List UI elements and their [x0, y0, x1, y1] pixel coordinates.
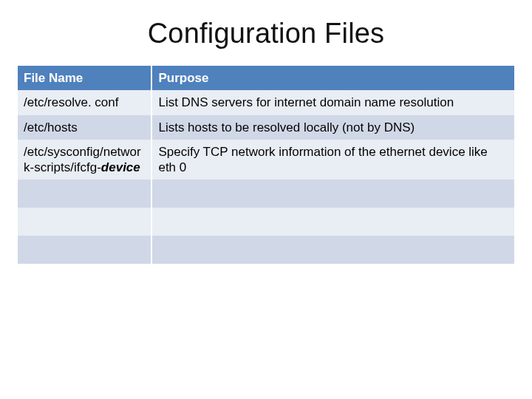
cell-file-name: /etc/sysconfig/network-scripts/ifcfg-dev…	[18, 140, 151, 180]
table-row: /etc/hosts Lists hosts to be resolved lo…	[18, 115, 514, 140]
table-row	[18, 236, 514, 264]
table-row	[18, 180, 514, 208]
file-name-base: /etc/hosts	[24, 120, 78, 134]
slide-title: Configuration Files	[0, 18, 532, 50]
table-row	[18, 208, 514, 236]
cell-purpose	[151, 180, 514, 208]
cell-file-name	[18, 236, 151, 264]
cell-file-name: /etc/hosts	[18, 115, 151, 140]
cell-purpose: Lists hosts to be resolved locally (not …	[151, 115, 514, 140]
cell-file-name: /etc/resolve. conf	[18, 90, 151, 115]
cell-file-name	[18, 180, 151, 208]
table-row: /etc/sysconfig/network-scripts/ifcfg-dev…	[18, 140, 514, 180]
cell-purpose: Specify TCP network information of the e…	[151, 140, 514, 180]
col-header-file-name: File Name	[18, 66, 151, 90]
table-row: /etc/resolve. conf List DNS servers for …	[18, 90, 514, 115]
config-files-table: File Name Purpose /etc/resolve. conf Lis…	[18, 66, 514, 264]
slide: Configuration Files File Name Purpose /e…	[0, 18, 532, 399]
col-header-purpose: Purpose	[151, 66, 514, 90]
cell-purpose	[151, 236, 514, 264]
file-name-em: device	[101, 160, 140, 174]
cell-purpose	[151, 208, 514, 236]
config-files-table-wrap: File Name Purpose /etc/resolve. conf Lis…	[18, 66, 514, 264]
cell-purpose: List DNS servers for internet domain nam…	[151, 90, 514, 115]
table-header-row: File Name Purpose	[18, 66, 514, 90]
file-name-base: /etc/resolve. conf	[24, 95, 119, 109]
cell-file-name	[18, 208, 151, 236]
